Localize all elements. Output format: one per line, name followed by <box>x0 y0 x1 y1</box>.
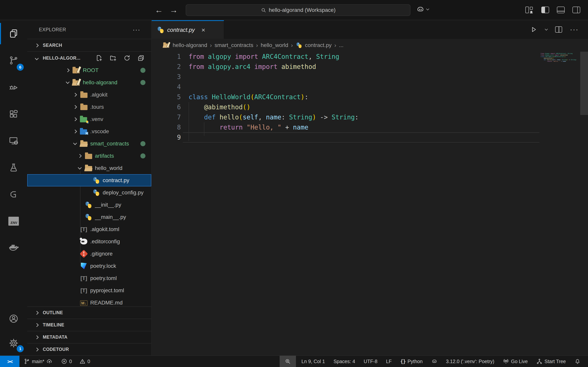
activity-explorer[interactable] <box>0 20 27 47</box>
copilot-menu[interactable] <box>416 5 429 14</box>
tree-item-hello_world[interactable]: hello_world <box>27 162 151 174</box>
status-item-python-interpreter[interactable]: 3.12.0 ('.venv': Poetry) <box>442 356 499 367</box>
tree-item-ROOT[interactable]: ROOT <box>27 64 151 76</box>
tree-item-label: .editorconfig <box>90 238 120 245</box>
more-actions-icon[interactable]: ··· <box>570 25 579 33</box>
tree-item-.venv[interactable]: .venv <box>27 113 151 125</box>
activity-extensions[interactable] <box>0 100 27 127</box>
tree-item-__main__.py[interactable]: __main__.py <box>27 211 151 223</box>
crumb-hello_world[interactable]: hello_world <box>261 42 288 48</box>
split-editor-icon[interactable] <box>555 26 562 33</box>
folder-icon <box>79 104 88 110</box>
tree-item-.gitignore[interactable]: .gitignore <box>27 248 151 260</box>
tree-item-smart_contracts[interactable]: smart_contracts <box>27 137 151 150</box>
status-item-go-live[interactable]: Go Live <box>499 356 532 367</box>
tree-item-poetry.lock[interactable]: poetry.lock <box>27 260 151 272</box>
git-status-dot <box>140 153 146 158</box>
section-metadata[interactable]: METADATA <box>27 331 151 343</box>
section-codetour[interactable]: CODETOUR <box>27 343 151 355</box>
venv-folder-icon <box>79 116 88 122</box>
code-line-7: 7 def hello(self, name: String) -> Strin… <box>152 112 588 122</box>
status-item-remote[interactable]: >< <box>0 356 19 367</box>
status-label: 0 <box>87 359 90 364</box>
status-item-eol[interactable]: LF <box>382 356 396 367</box>
chevron-down-icon <box>71 143 79 144</box>
layout-controls <box>525 6 580 14</box>
code-line-2: 2from algopy.arc4 import abimethod <box>152 62 588 72</box>
activity-settings[interactable]: 1 <box>0 331 27 355</box>
tree-item-.editorconfig[interactable]: .editorconfig <box>27 235 151 248</box>
status-item-indentation[interactable]: Spaces: 4 <box>329 356 359 367</box>
nav-back-icon[interactable]: ← <box>154 5 164 15</box>
status-item-git-branch[interactable]: main* <box>19 356 57 367</box>
command-center-search[interactable]: hello-algorand (Workspace) <box>186 4 410 16</box>
section-workspace[interactable]: HELLO-ALGOR... <box>27 52 151 64</box>
activity-source-control[interactable]: 6 <box>0 47 27 74</box>
tree-item-hello-algorand[interactable]: hello-algorand <box>27 76 151 89</box>
line-number: 2 <box>152 62 181 72</box>
tree-item-deploy_config.py[interactable]: deploy_config.py <box>27 186 151 199</box>
activity-docker[interactable] <box>0 234 27 261</box>
breadcrumb-separator: › <box>256 42 258 49</box>
tree-item-README.md[interactable]: README.md <box>27 297 151 306</box>
git-status-dot <box>140 141 146 146</box>
tree-item-poetry.toml[interactable]: poetry.toml <box>27 272 151 284</box>
markdown-icon <box>79 300 88 306</box>
run-dropdown-icon[interactable] <box>545 27 548 31</box>
crumb-...[interactable]: ... <box>339 42 343 48</box>
activity-dotenv[interactable]: .ENV <box>0 208 27 234</box>
activity-accounts[interactable] <box>0 306 27 331</box>
status-item-copilot[interactable] <box>427 356 442 367</box>
section-workspace-label: HELLO-ALGOR... <box>43 56 80 61</box>
minimap[interactable]: from algopy import ARC4Contract, Stringf… <box>541 53 579 62</box>
crumb-contract.py[interactable]: contract.py <box>295 42 331 49</box>
crumb-smart_contracts[interactable]: smart_contracts <box>215 42 253 48</box>
status-item-notifications[interactable] <box>570 356 585 367</box>
cloud-up-icon <box>46 358 52 365</box>
python-icon <box>84 214 93 221</box>
close-icon[interactable]: × <box>201 26 205 34</box>
more-actions-icon[interactable]: ··· <box>133 26 140 33</box>
toggle-primary-sidebar-icon[interactable] <box>541 7 549 13</box>
status-item-cursor-position[interactable]: Ln 9, Col 1 <box>297 356 329 367</box>
tree-item-.tours[interactable]: .tours <box>27 101 151 113</box>
section-outline[interactable]: OUTLINE <box>27 306 151 319</box>
status-item-start-tree[interactable]: Start Tree <box>532 356 570 367</box>
run-button[interactable] <box>530 26 537 33</box>
tree-item-artifacts[interactable]: artifacts <box>27 150 151 162</box>
scrollbar[interactable] <box>580 52 588 115</box>
tree-item-label: .algokit <box>90 92 108 98</box>
crumb-hello-algorand[interactable]: hello-algorand <box>163 42 207 48</box>
tree-item-pyproject.toml[interactable]: pyproject.toml <box>27 284 151 297</box>
status-item-encoding[interactable]: UTF-8 <box>359 356 382 367</box>
status-item-problems[interactable]: 00 <box>57 356 95 367</box>
customize-layout-icon[interactable] <box>525 6 534 14</box>
activity-run-and-debug[interactable] <box>0 74 27 100</box>
code-editor[interactable]: 1from algopy import ARC4Contract, String… <box>152 52 588 355</box>
toggle-secondary-sidebar-icon[interactable] <box>572 7 580 13</box>
status-item-zoom-indicator[interactable] <box>280 356 296 367</box>
nav-forward-icon[interactable]: → <box>169 5 179 15</box>
tree-item-__init__.py[interactable]: __init__.py <box>27 199 151 211</box>
activity-algokit[interactable] <box>0 181 27 208</box>
tree-item-contract.py[interactable]: contract.py <box>27 174 151 186</box>
refresh-icon[interactable] <box>123 54 131 62</box>
tree-item-.algokit[interactable]: .algokit <box>27 89 151 101</box>
tree-item-label: .tours <box>90 104 104 110</box>
new-folder-icon[interactable] <box>109 54 117 62</box>
line-number: 4 <box>152 82 181 92</box>
collapse-all-icon[interactable] <box>137 54 145 62</box>
tree-item-label: .venv <box>90 116 103 122</box>
activity-remote-explorer[interactable] <box>0 127 27 154</box>
new-file-icon[interactable] <box>95 54 103 62</box>
section-search[interactable]: SEARCH <box>27 39 151 52</box>
vscode-window: ← → hello-algorand (Workspace) 6.ENV 1 E… <box>0 0 588 367</box>
section-timeline[interactable]: TIMELINE <box>27 319 151 331</box>
tree-item-.algokit.toml[interactable]: .algokit.toml <box>27 223 151 235</box>
tab-contract-py[interactable]: contract.py × <box>152 20 224 39</box>
activity-testing[interactable] <box>0 154 27 181</box>
toggle-panel-icon[interactable] <box>557 7 565 13</box>
tree-item-.vscode[interactable]: .vscode <box>27 125 151 137</box>
tree-item-label: .algokit.toml <box>90 226 119 233</box>
status-item-language[interactable]: {}Python <box>396 356 427 367</box>
